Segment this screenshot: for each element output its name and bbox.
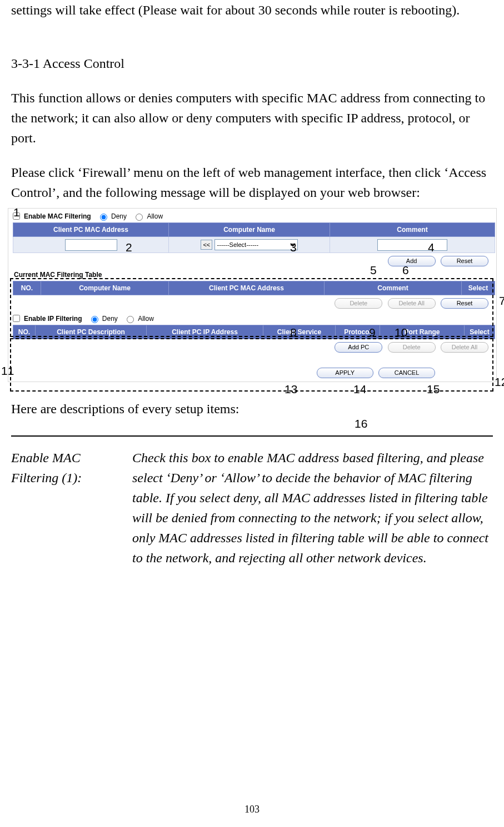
callout-7: 7 (499, 292, 504, 310)
callout-4: 4 (428, 239, 435, 256)
mac-input-table: Client PC MAC Address Computer Name Comm… (13, 222, 495, 253)
th-computer-name: Computer Name (169, 223, 330, 237)
dashed-box-ip-table (10, 338, 493, 392)
computer-name-select[interactable]: ------Select------ (214, 239, 298, 250)
callout-16: 16 (355, 415, 367, 433)
callout-12: 12 (495, 373, 504, 391)
paragraph-1: This function allows or denies computers… (11, 88, 493, 148)
description-block: Enable MAC Filtering (1): Check this box… (11, 448, 493, 568)
screenshot: 1 2 3 4 5 6 7 8 9 10 11 12 13 14 15 16 E… (8, 208, 497, 382)
divider (11, 435, 493, 437)
description-item: Enable MAC Filtering (1): (11, 448, 128, 568)
comment-input[interactable] (377, 239, 447, 251)
mac-address-input[interactable] (65, 239, 117, 251)
reset-button[interactable]: Reset (441, 256, 488, 266)
add-button[interactable]: Add (388, 256, 436, 266)
intro-continuation: settings will take effect (Please wait f… (11, 0, 493, 20)
th-comment: Comment (330, 223, 495, 237)
th-mac-address: Client PC MAC Address (13, 223, 169, 237)
insert-button[interactable]: << (201, 240, 212, 250)
callout-2: 2 (126, 239, 132, 256)
mac-allow-radio[interactable] (136, 214, 143, 221)
callout-5: 5 (370, 261, 377, 279)
after-shot-text: Here are descriptions of every setup ite… (11, 399, 493, 419)
paragraph-2: Please click ‘Firewall’ menu on the left… (11, 162, 493, 202)
mac-deny-radio[interactable] (100, 214, 107, 221)
description-body: Check this box to enable MAC address bas… (132, 448, 493, 568)
dashed-box-mac-table (10, 278, 493, 337)
mac-allow-label: Allow (147, 211, 163, 221)
mac-button-row: Add Reset (8, 253, 496, 268)
section-title: 3-3-1 Access Control (11, 53, 493, 73)
callout-3: 3 (290, 239, 297, 256)
mac-filtering-toggle-row: Enable MAC Filtering Deny Allow (8, 210, 496, 222)
callout-6: 6 (402, 261, 409, 279)
mac-deny-label: Deny (111, 211, 127, 221)
page-number: 103 (0, 802, 504, 817)
enable-mac-label: Enable MAC Filtering (24, 211, 91, 221)
callout-1: 1 (13, 204, 20, 221)
